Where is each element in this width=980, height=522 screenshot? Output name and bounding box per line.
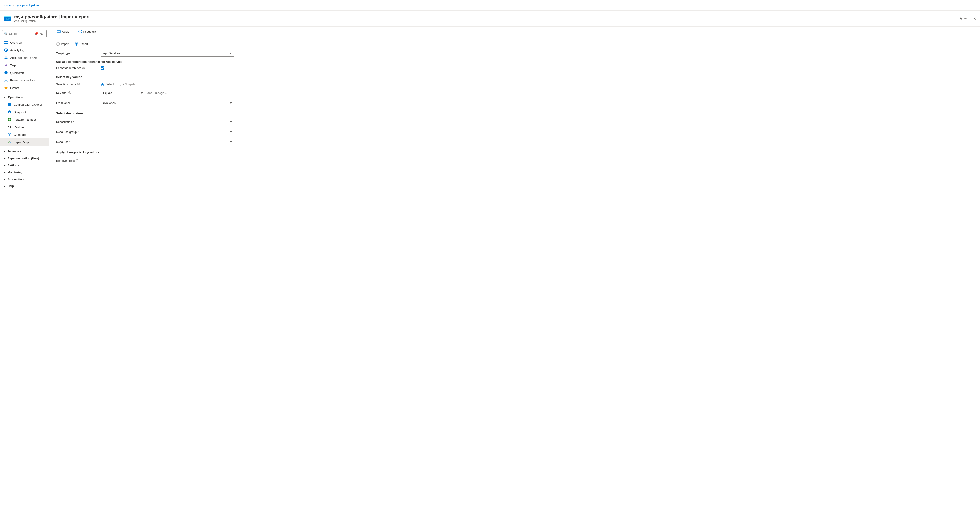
sidebar-item-snapshots[interactable]: Snapshots [0,108,49,116]
chevron-right-icon: ▶ [3,171,5,173]
selection-mode-info-icon[interactable]: ⓘ [77,83,80,86]
export-as-reference-info-icon[interactable]: ⓘ [82,66,85,70]
apply-changes-title: Apply changes to key-values [56,151,973,154]
resource-label: Resource * [56,140,101,144]
export-radio[interactable] [75,42,78,46]
key-filter-row: Key filter ⓘ Equals [56,90,973,96]
main-content: Apply Feedback Import Export [49,27,980,522]
use-app-config-label: Use app configuration reference for App … [56,60,973,63]
favorite-star-icon[interactable]: ★ [959,16,962,21]
selection-mode-snapshot-radio[interactable] [120,83,124,86]
chevron-right-icon: ▶ [3,157,5,160]
page-subtitle: App Configuration [14,20,90,23]
header-bar: my-app-config-store | Import/export App … [0,11,980,27]
from-label-info-icon[interactable]: ⓘ [71,101,73,105]
breadcrumb-home[interactable]: Home [3,4,11,7]
svg-rect-24 [8,133,10,136]
export-radio-option[interactable]: Export [75,42,88,46]
sidebar-item-label: Quick start [10,71,24,75]
search-input[interactable] [9,32,32,35]
selection-mode-snapshot-label: Snapshot [125,83,137,86]
events-icon [4,86,8,90]
sidebar-section-automation[interactable]: ▶ Automation [0,176,49,182]
sidebar-item-events[interactable]: Events [0,84,49,92]
key-filter-input[interactable] [145,90,234,96]
key-filter-select[interactable]: Equals [101,90,145,96]
header-title-group: my-app-config-store | Import/export App … [14,14,90,23]
target-type-select[interactable]: App Services [101,50,234,57]
sidebar-item-label: Activity log [10,49,24,52]
header-actions: ★ ··· ✕ [959,16,977,21]
sidebar-section-monitoring[interactable]: ▶ Monitoring [0,169,49,176]
app-config-icon [3,15,11,23]
close-icon[interactable]: ✕ [973,16,977,21]
sidebar-item-label: Access control (IAM) [10,56,37,59]
sidebar-search-container[interactable]: 🔍 📌 ≪ [2,30,46,37]
remove-prefix-control [101,158,234,164]
svg-rect-17 [8,104,11,105]
sidebar-item-quick-start[interactable]: Quick start [0,69,49,76]
feedback-button[interactable]: Feedback [76,29,99,35]
sidebar-section-help[interactable]: ▶ Help [0,182,49,189]
breadcrumb-current: my-app-config-store [15,4,39,7]
form-area: Import Export Target type App Services [49,37,980,173]
subscription-select[interactable] [101,119,234,125]
export-as-reference-checkbox[interactable] [101,66,104,70]
sidebar-item-feature-manager[interactable]: Feature manager [0,116,49,123]
sidebar-section-telemetry[interactable]: ▶ Telemetry [0,148,49,155]
subscription-control [101,119,234,125]
feedback-icon [78,30,82,33]
sidebar-item-configuration-explorer[interactable]: Configuration explorer [0,101,49,108]
target-type-row: Target type App Services [56,50,973,57]
import-radio-option[interactable]: Import [56,42,69,46]
sidebar-item-import-export[interactable]: Import/export [0,138,49,146]
sidebar-divider-2 [0,147,49,147]
activity-log-icon [4,48,8,52]
sidebar-pin-button[interactable]: 📌 [34,32,38,36]
selection-mode-default-option[interactable]: Default [101,83,115,86]
target-type-control: App Services [101,50,234,57]
sidebar-item-tags[interactable]: Tags [0,62,49,69]
from-label-select[interactable]: (No label) [101,100,234,106]
export-as-reference-control [101,66,234,70]
apply-button[interactable]: Apply [54,29,72,35]
resource-control [101,139,234,145]
sidebar-item-restore[interactable]: Restore [0,123,49,131]
key-filter-label: Key filter ⓘ [56,91,101,95]
remove-prefix-info-icon[interactable]: ⓘ [76,159,78,163]
apply-label: Apply [62,30,69,33]
selection-mode-snapshot-option[interactable]: Snapshot [120,83,137,86]
sidebar-section-label: Operations [8,95,23,99]
sidebar-item-activity-log[interactable]: Activity log [0,46,49,54]
sidebar-collapse-button[interactable]: ≪ [40,32,44,36]
select-destination-title: Select destination [56,111,973,115]
apply-changes-section: Apply changes to key-values Remove prefi… [56,151,973,164]
sidebar-section-experimentation[interactable]: ▶ Experimentation (New) [0,155,49,162]
svg-point-22 [9,112,10,113]
chevron-right-icon: ▶ [3,164,5,167]
resource-select[interactable] [101,139,234,145]
sidebar-item-label: Configuration explorer [14,103,42,106]
import-radio[interactable] [56,42,60,46]
key-filter-info-icon[interactable]: ⓘ [68,91,71,95]
svg-rect-26 [57,30,60,33]
sidebar-item-compare[interactable]: Compare [0,131,49,138]
svg-rect-20 [10,104,11,105]
sidebar-item-access-control[interactable]: Access control (IAM) [0,54,49,62]
import-label: Import [61,42,69,46]
sidebar-section-settings[interactable]: ▶ Settings [0,162,49,169]
resource-row: Resource * [56,139,973,145]
sidebar-item-resource-visualizer[interactable]: Resource visualizer [0,76,49,84]
sidebar-section-label: Monitoring [8,170,22,174]
sidebar-section-operations[interactable]: ▼ Operations [0,94,49,101]
sidebar-item-overview[interactable]: Overview [0,39,49,46]
resource-group-select[interactable] [101,129,234,135]
selection-mode-default-radio[interactable] [101,83,104,86]
sidebar-item-label: Events [10,86,19,90]
select-destination-section: Select destination Subscription * [56,111,973,145]
svg-point-8 [5,58,6,59]
sidebar: 🔍 📌 ≪ Overview Activity log Access contr… [0,27,49,522]
remove-prefix-row: Remove prefix ⓘ [56,158,973,164]
more-options-icon[interactable]: ··· [964,17,967,21]
remove-prefix-input[interactable] [101,158,234,164]
